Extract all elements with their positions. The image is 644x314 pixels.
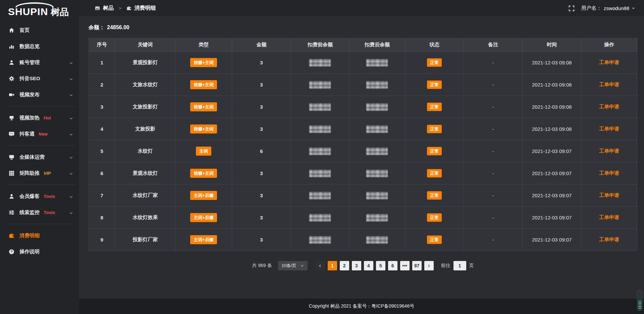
page-button-5[interactable]: 5: [376, 261, 385, 270]
status-badge: 正常: [427, 235, 442, 244]
keyword: 水纹灯厂家: [132, 192, 158, 198]
sidebar-item-media-ops[interactable]: 全媒体运营: [0, 149, 79, 165]
balance-after-cell: [349, 207, 405, 229]
action-link[interactable]: 工单申请: [599, 170, 619, 176]
breadcrumb-page: 消费明细: [135, 5, 156, 12]
masked-balance-after: [366, 59, 388, 66]
fullscreen-icon[interactable]: [569, 5, 575, 11]
action-link[interactable]: 工单申请: [599, 148, 619, 154]
breadcrumb-app-icon: [95, 6, 100, 11]
sidebar-item-video-heat[interactable]: 视频加热Hot: [0, 110, 79, 126]
goto-page-input[interactable]: [453, 261, 466, 270]
column-header: 关键词: [115, 38, 175, 52]
balance-before-cell: [291, 207, 349, 229]
remark-cell: -: [464, 140, 523, 162]
masked-balance-after: [366, 148, 388, 155]
main-pane: 树品 > 消费明细 用户名：zswodun88 余额：24856.00: [79, 0, 644, 314]
keyword-cell: 景观水纹灯: [115, 162, 175, 185]
table-row: 7水纹灯厂家主词+后缀3正常-2021-12-03 09:07工单申请: [89, 185, 637, 207]
sidebar-item-member-baoke[interactable]: 会员爆客Tools: [0, 188, 79, 204]
action-cell: 工单申请: [581, 96, 637, 118]
breadcrumb-app[interactable]: 树品: [103, 5, 114, 12]
masked-balance-before: [309, 103, 331, 111]
pagination: 共 969 条 10条/页 123456•••97 前往 页: [89, 261, 637, 270]
type-cell: 主词+后缀: [175, 229, 232, 251]
floating-widget[interactable]: [637, 290, 642, 311]
sidebar-item-help[interactable]: ?操作说明: [0, 244, 79, 260]
page-button-4[interactable]: 4: [364, 261, 373, 270]
time-cell: 2021-12-03 09:08: [523, 118, 581, 140]
status-cell: 正常: [405, 185, 464, 207]
question-icon: ?: [9, 249, 14, 255]
sidebar-item-video-publish[interactable]: 视频发布: [0, 87, 79, 103]
action-link[interactable]: 工单申请: [599, 214, 619, 220]
table-header-row: 序号关键词类型金额扣费前余额扣费后余额状态备注时间操作: [89, 38, 637, 52]
keyword: 文旅水纹灯: [132, 82, 158, 87]
sidebar-item-account[interactable]: 账号管理: [0, 54, 79, 70]
user-menu[interactable]: 用户名：zswodun88: [581, 5, 635, 11]
amount-cell: 3: [232, 185, 291, 207]
type-cell: 主词: [175, 140, 232, 162]
sidebar-nav: 首页数据总览账号管理抖音SEO视频发布视频加热Hot抖客通New全媒体运营矩阵助…: [0, 22, 79, 260]
type-badge: 主词: [196, 147, 211, 156]
action-link[interactable]: 工单申请: [599, 59, 619, 65]
masked-balance-after: [366, 81, 388, 89]
sidebar-item-label: 全媒体运营: [19, 154, 45, 160]
sidebar-item-consume-detail[interactable]: 消费明细: [0, 227, 79, 244]
sidebar-item-matrix-boost[interactable]: 矩阵助推VIP: [0, 165, 79, 181]
page-size-select[interactable]: 10条/页: [278, 261, 308, 270]
page-ellipsis-button[interactable]: •••: [400, 261, 410, 270]
consume-table: 序号关键词类型金额扣费前余额扣费后余额状态备注时间操作 1景观投影灯前缀+主词3…: [89, 38, 637, 251]
user-label: 用户名：: [581, 5, 601, 11]
type-cell: 前缀+主词: [175, 52, 232, 74]
pagination-pages: 123456•••97: [328, 261, 422, 270]
grid-icon: [9, 170, 14, 176]
sidebar-item-douyin-seo[interactable]: 抖音SEO: [0, 70, 79, 87]
action-link[interactable]: 工单申请: [599, 192, 619, 198]
balance-before-cell: [291, 229, 349, 251]
masked-balance-before: [309, 59, 331, 66]
chevron-down-icon: [632, 6, 635, 10]
amount-cell: 3: [232, 74, 291, 96]
time-cell: 2021-12-03 09:07: [523, 162, 581, 185]
chevron-down-icon: [69, 116, 73, 120]
column-header: 备注: [464, 38, 523, 52]
action-cell: 工单申请: [581, 185, 637, 207]
action-link[interactable]: 工单申请: [599, 82, 619, 87]
screen-icon: [9, 115, 14, 121]
sidebar-item-home[interactable]: 首页: [0, 22, 79, 38]
status-badge: 正常: [427, 147, 442, 155]
next-page-button[interactable]: [424, 261, 434, 270]
page-button-97[interactable]: 97: [412, 261, 422, 270]
action-cell: 工单申请: [581, 118, 637, 140]
time-cell: 2021-12-03 09:08: [523, 52, 581, 74]
status-badge: 正常: [427, 81, 442, 89]
sidebar-item-label: 操作说明: [19, 249, 40, 255]
page-button-2[interactable]: 2: [340, 261, 349, 270]
action-link[interactable]: 工单申请: [599, 104, 619, 109]
chevron-down-icon: [69, 77, 73, 81]
masked-balance-after: [366, 103, 388, 111]
sidebar-item-label: 视频加热: [19, 115, 40, 121]
status-badge: 正常: [427, 103, 442, 111]
sidebar-item-data-overview[interactable]: 数据总览: [0, 38, 79, 54]
page-button-6[interactable]: 6: [388, 261, 397, 270]
page-button-1[interactable]: 1: [328, 261, 337, 270]
amount-cell: 3: [232, 96, 291, 118]
sidebar-item-tag: Tools: [44, 210, 55, 215]
action-link[interactable]: 工单申请: [599, 126, 619, 132]
sidebar-item-clue-monitor[interactable]: 线索监控Tools: [0, 204, 79, 220]
keyword: 文旅投影灯: [132, 104, 158, 109]
prev-page-button[interactable]: [316, 261, 325, 270]
topbar: 树品 > 消费明细 用户名：zswodun88: [79, 0, 644, 17]
remark-cell: -: [464, 185, 523, 207]
remark-cell: -: [464, 52, 523, 74]
status-cell: 正常: [405, 74, 464, 96]
page-button-3[interactable]: 3: [352, 261, 361, 270]
status-badge: 正常: [427, 58, 442, 67]
sidebar-item-douketong[interactable]: 抖客通New: [0, 126, 79, 142]
balance-after-cell: [349, 96, 405, 118]
chevron-down-icon: [69, 133, 73, 137]
keyword-cell: 水纹灯: [115, 140, 175, 162]
action-link[interactable]: 工单申请: [599, 237, 619, 242]
